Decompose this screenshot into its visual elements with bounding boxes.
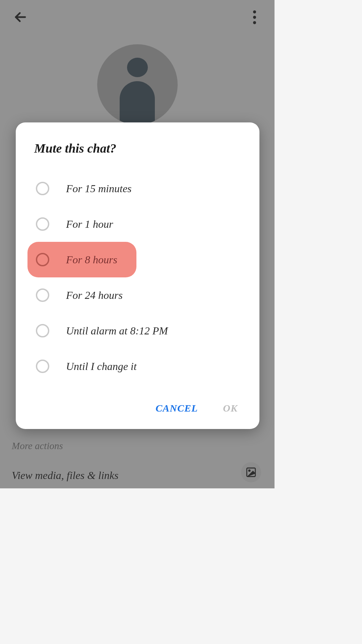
option-label: Until alarm at 8:12 PM xyxy=(66,325,168,337)
cancel-button[interactable]: CANCEL xyxy=(156,402,198,414)
dialog-actions: CANCEL OK xyxy=(16,391,259,416)
dialog-title: Mute this chat? xyxy=(16,141,259,156)
mute-option-15-minutes[interactable]: For 15 minutes xyxy=(27,171,259,206)
radio-icon xyxy=(36,253,49,266)
mute-option-1-hour[interactable]: For 1 hour xyxy=(27,206,259,242)
option-label: For 24 hours xyxy=(66,289,123,302)
ok-button[interactable]: OK xyxy=(223,402,238,414)
radio-icon xyxy=(36,217,49,231)
option-label: Until I change it xyxy=(66,360,137,373)
radio-icon xyxy=(36,182,49,195)
mute-option-until-alarm[interactable]: Until alarm at 8:12 PM xyxy=(27,313,259,348)
option-label: For 8 hours xyxy=(66,254,117,266)
mute-option-8-hours[interactable]: For 8 hours xyxy=(27,242,136,277)
radio-icon xyxy=(36,288,49,302)
mute-option-24-hours[interactable]: For 24 hours xyxy=(27,277,259,313)
radio-icon xyxy=(36,360,49,373)
mute-chat-dialog: Mute this chat? For 15 minutes For 1 hou… xyxy=(16,122,259,429)
option-label: For 15 minutes xyxy=(66,182,132,195)
mute-option-until-change[interactable]: Until I change it xyxy=(27,348,259,384)
option-label: For 1 hour xyxy=(66,218,113,230)
radio-icon xyxy=(36,324,49,337)
